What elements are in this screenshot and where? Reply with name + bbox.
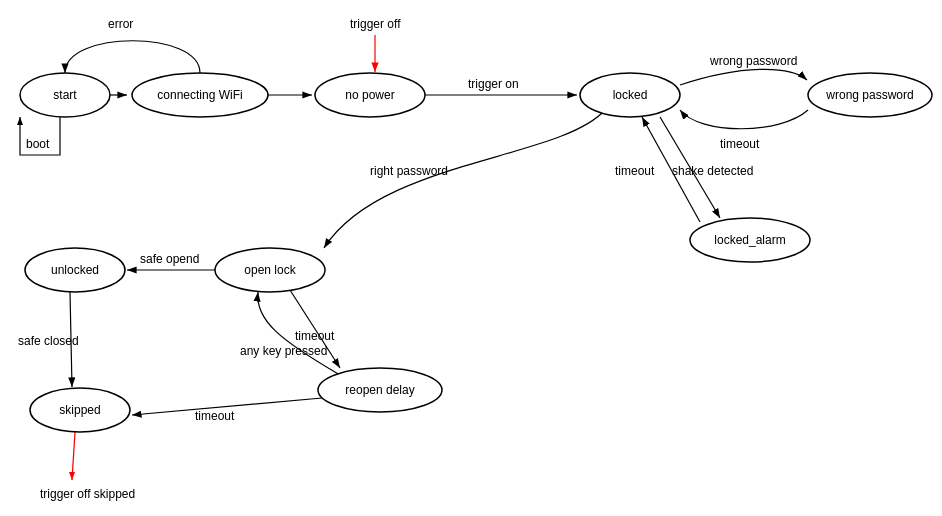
label-reopen-delay: reopen delay [345, 383, 414, 397]
label-safe-opend: safe opend [140, 252, 199, 266]
label-trigger-on: trigger on [468, 77, 519, 91]
label-unlocked: unlocked [51, 263, 99, 277]
edge-locked-openlock [324, 110, 605, 248]
label-open-lock: open lock [244, 263, 296, 277]
label-timeout-wrong: timeout [720, 137, 760, 151]
label-timeout-openlock: timeout [295, 329, 335, 343]
edge-wrong-locked [680, 110, 808, 129]
label-skipped: skipped [59, 403, 100, 417]
trigger-off-skipped-arrow [69, 472, 75, 480]
label-wrong-password-top: wrong password [709, 54, 797, 68]
label-right-password: right password [370, 164, 448, 178]
label-locked-alarm: locked_alarm [714, 233, 785, 247]
label-wrong-password: wrong password [825, 88, 913, 102]
label-timeout-alarm: timeout [615, 164, 655, 178]
label-any-key: any key pressed [240, 344, 327, 358]
label-connecting-wifi: connecting WiFi [157, 88, 242, 102]
label-no-power: no power [345, 88, 394, 102]
edge-locked-wrong [680, 69, 807, 85]
label-trigger-off: trigger off [350, 17, 401, 31]
label-trigger-off-skipped: trigger off skipped [40, 487, 135, 501]
state-diagram: trigger on error boot wrong password tim… [0, 0, 942, 516]
label-locked: locked [613, 88, 648, 102]
edge-error [65, 41, 200, 73]
label-safe-closed: safe closed [18, 334, 79, 348]
boot-arrow [17, 117, 23, 125]
label-timeout-reopen: timeout [195, 409, 235, 423]
label-boot: boot [26, 137, 50, 151]
label-error: error [108, 17, 133, 31]
label-start: start [53, 88, 77, 102]
label-shake: shake detected [672, 164, 753, 178]
